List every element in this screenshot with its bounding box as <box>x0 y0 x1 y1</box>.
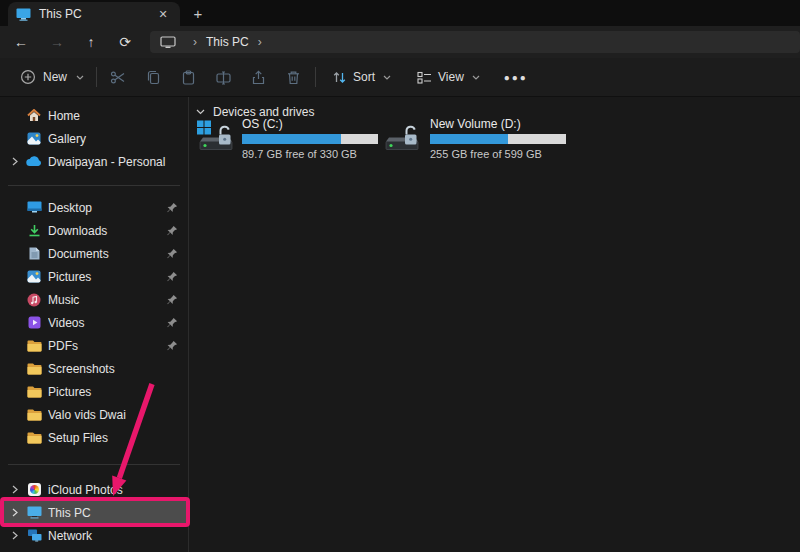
sidebar-item-pictures[interactable]: Pictures <box>0 265 188 288</box>
gallery-icon <box>24 132 44 145</box>
tab-this-pc[interactable]: This PC ✕ <box>8 2 180 26</box>
folder-icon <box>24 386 44 398</box>
sidebar-item-desktop[interactable]: Desktop <box>0 196 188 219</box>
sidebar-item-label: Pictures <box>48 385 188 399</box>
chevron-down-icon <box>472 75 480 80</box>
sidebar-item-setup-files[interactable]: Setup Files <box>0 426 188 449</box>
drive-name: OS (C:) <box>242 117 378 131</box>
sidebar-item-label: PDFs <box>48 339 166 353</box>
forward-button: → <box>44 29 70 55</box>
view-button[interactable]: View <box>409 63 488 91</box>
chevron-right-icon <box>12 157 18 166</box>
drive-tile-c[interactable]: OS (C:) 89.7 GB free of 330 GB <box>197 117 378 160</box>
pictures-icon <box>24 270 44 283</box>
sidebar-item-label: Gallery <box>48 132 188 146</box>
sidebar-item-documents[interactable]: Documents <box>0 242 188 265</box>
up-button[interactable]: ↑ <box>78 29 104 55</box>
folder-icon <box>24 340 44 352</box>
sidebar-item-gallery[interactable]: Gallery <box>0 127 188 150</box>
videos-icon <box>24 316 44 329</box>
more-options-button[interactable]: ●●● <box>500 63 532 91</box>
address-bar[interactable]: › This PC › <box>150 31 800 53</box>
cut-button <box>101 63 136 91</box>
sidebar-item-onedrive[interactable]: Dwaipayan - Personal <box>0 150 188 173</box>
capacity-bar-fill <box>430 134 508 144</box>
share-icon <box>250 69 267 86</box>
breadcrumb-separator: › <box>258 35 262 49</box>
delete-button <box>276 63 311 91</box>
sidebar-item-label: Pictures <box>48 270 166 284</box>
drive-tile-d[interactable]: New Volume (D:) 255 GB free of 599 GB <box>385 117 566 160</box>
chevron-down-icon <box>383 75 391 80</box>
sidebar-item-label: iCloud Photos <box>48 483 188 497</box>
sidebar-item-home[interactable]: Home <box>0 104 188 127</box>
copy-button <box>136 63 171 91</box>
tab-title: This PC <box>39 7 154 21</box>
sidebar-item-icloud-photos[interactable]: iCloud Photos <box>0 478 188 501</box>
sidebar-item-pictures-folder[interactable]: Pictures <box>0 380 188 403</box>
command-toolbar: New <box>0 58 800 97</box>
sidebar-item-videos[interactable]: Videos <box>0 311 188 334</box>
drive-c-icon <box>197 117 235 154</box>
navigation-pane: Home Gallery Dwaipayan - Per <box>0 97 189 552</box>
sidebar-item-label: Documents <box>48 247 166 261</box>
scissors-icon <box>110 69 127 86</box>
sidebar-item-music[interactable]: Music <box>0 288 188 311</box>
sort-arrows-icon <box>332 70 347 85</box>
sort-button[interactable]: Sort <box>324 63 399 91</box>
share-button <box>241 63 276 91</box>
sidebar-item-pdfs[interactable]: PDFs <box>0 334 188 357</box>
sidebar-item-label: Downloads <box>48 224 166 238</box>
music-icon <box>24 293 44 307</box>
new-tab-button[interactable]: + <box>188 4 208 23</box>
capacity-bar-fill <box>242 134 341 144</box>
sidebar-item-label: Desktop <box>48 201 166 215</box>
this-pc-icon <box>24 506 44 519</box>
sidebar-item-valo-vids[interactable]: Valo vids Dwai <box>0 403 188 426</box>
sidebar-item-label: Dwaipayan - Personal <box>48 155 188 169</box>
breadcrumb-this-pc[interactable]: This PC <box>206 35 249 49</box>
pin-icon <box>166 248 180 260</box>
sidebar-item-network[interactable]: Network <box>0 524 188 547</box>
trash-icon <box>285 69 302 86</box>
rename-button <box>206 63 241 91</box>
folder-icon <box>24 432 44 444</box>
drive-d-icon <box>385 117 423 154</box>
toolbar-divider <box>96 67 97 87</box>
network-icon <box>24 529 44 542</box>
sidebar-item-this-pc[interactable]: This PC <box>0 501 188 524</box>
sort-button-label: Sort <box>353 70 375 84</box>
new-button[interactable]: New <box>12 63 92 91</box>
onedrive-cloud-icon <box>24 156 44 167</box>
pin-icon <box>166 317 180 329</box>
refresh-button[interactable]: ⟳ <box>112 29 138 55</box>
navigation-bar: ← → ↑ ⟳ › This PC › <box>0 26 800 58</box>
toolbar-divider <box>315 67 316 87</box>
file-explorer-window: This PC ✕ + ← → ↑ ⟳ › This PC › New <box>0 0 800 552</box>
sidebar-item-label: Music <box>48 293 166 307</box>
folder-icon <box>24 363 44 375</box>
tab-close-icon[interactable]: ✕ <box>154 5 172 23</box>
folder-icon <box>24 409 44 421</box>
download-icon <box>24 224 44 237</box>
back-button[interactable]: ← <box>8 29 34 55</box>
sidebar-item-downloads[interactable]: Downloads <box>0 219 188 242</box>
home-icon <box>24 109 44 122</box>
sidebar-item-screenshots[interactable]: Screenshots <box>0 357 188 380</box>
plus-circle-icon <box>20 69 36 85</box>
sidebar-item-label: Screenshots <box>48 362 188 376</box>
new-button-label: New <box>43 70 67 84</box>
pin-icon <box>166 294 180 306</box>
breadcrumb-separator: › <box>193 35 197 49</box>
sidebar-item-label: Setup Files <box>48 431 188 445</box>
rename-icon <box>215 69 232 86</box>
sidebar-divider <box>0 449 188 478</box>
chevron-down-icon <box>76 75 84 80</box>
drive-name: New Volume (D:) <box>430 117 566 131</box>
document-icon <box>24 247 44 260</box>
drive-free-space: 255 GB free of 599 GB <box>430 148 566 160</box>
copy-icon <box>145 69 162 86</box>
sidebar-divider <box>0 173 188 196</box>
paste-button <box>171 63 206 91</box>
sidebar-item-label: Network <box>48 529 188 543</box>
